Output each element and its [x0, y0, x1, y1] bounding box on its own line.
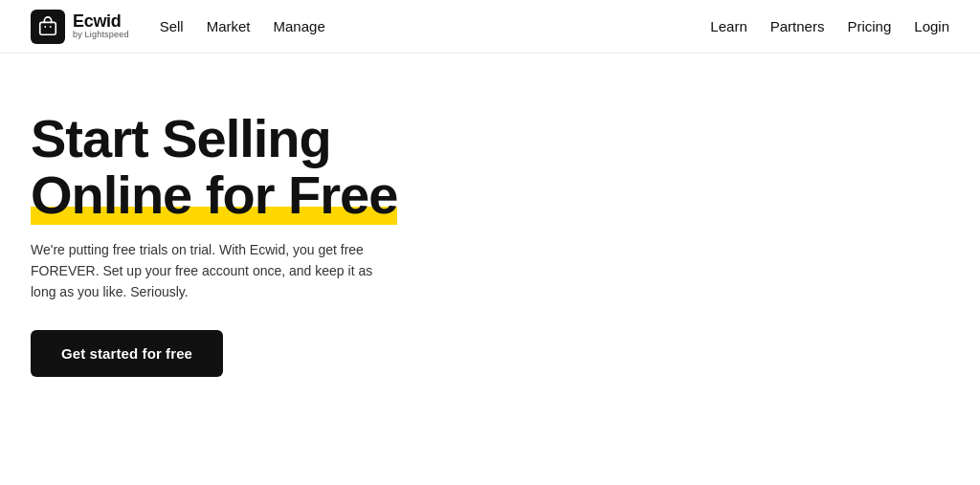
hero-title-line2: Online for Free [31, 167, 397, 224]
nav-link-sell[interactable]: Sell [160, 18, 184, 34]
get-started-button[interactable]: Get started for free [31, 330, 223, 377]
svg-point-1 [44, 26, 46, 28]
nav-link-partners[interactable]: Partners [770, 18, 825, 34]
svg-point-2 [50, 26, 52, 28]
hero-title-highlight: Online for Free [31, 165, 397, 225]
nav-link-learn[interactable]: Learn [710, 18, 746, 34]
nav-link-manage[interactable]: Manage [274, 18, 325, 34]
logo[interactable]: Ecwid by Lightspeed [31, 10, 129, 44]
logo-text: Ecwid by Lightspeed [73, 12, 129, 41]
navbar-right: Learn Partners Pricing Login [710, 18, 949, 34]
logo-subtitle: by Lightspeed [73, 31, 129, 40]
hero-title: Start Selling Online for Free [31, 111, 505, 224]
nav-link-market[interactable]: Market [207, 18, 251, 34]
logo-icon [31, 10, 65, 44]
hero-section: Start Selling Online for Free We're putt… [0, 54, 536, 415]
nav-link-login[interactable]: Login [914, 18, 949, 34]
nav-left-links: Sell Market Manage [160, 18, 325, 34]
nav-link-pricing[interactable]: Pricing [847, 18, 891, 34]
navbar: Ecwid by Lightspeed Sell Market Manage L… [0, 0, 980, 54]
navbar-left: Ecwid by Lightspeed Sell Market Manage [31, 10, 325, 44]
logo-name: Ecwid [73, 12, 129, 32]
svg-rect-0 [40, 22, 56, 34]
hero-title-line1: Start Selling [31, 108, 331, 168]
hero-description: We're putting free trials on trial. With… [31, 239, 394, 303]
